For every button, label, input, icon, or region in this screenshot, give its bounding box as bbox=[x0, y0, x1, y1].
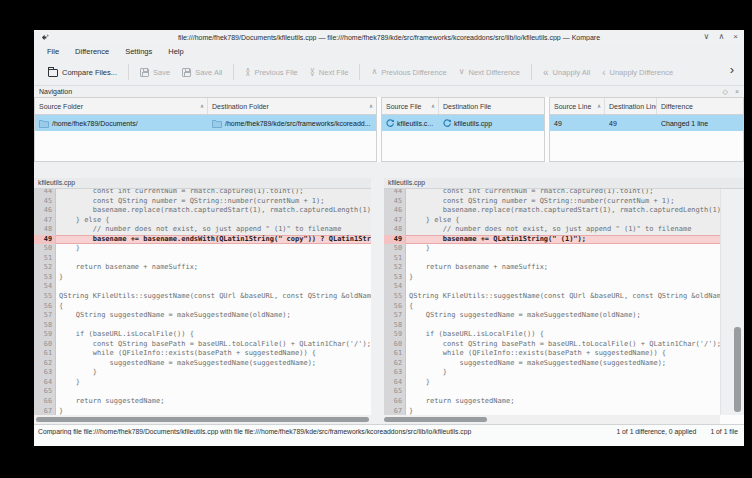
save-all-button[interactable]: Save All bbox=[176, 64, 228, 81]
vertical-scrollbar[interactable] bbox=[720, 189, 744, 415]
code-line: 46 basename.replace(rmatch.capturedStart… bbox=[34, 206, 371, 216]
table-cell-text: 49 bbox=[609, 120, 617, 127]
chevron-up-icon: ∧ bbox=[371, 68, 377, 76]
unapply-difference-button[interactable]: ‹Unapply Difference bbox=[596, 64, 679, 81]
column-header-destination-folder[interactable]: Destination Folder∧ bbox=[208, 98, 376, 114]
line-number: 65 bbox=[384, 387, 406, 397]
line-number: 61 bbox=[384, 349, 406, 359]
line-number: 50 bbox=[34, 244, 56, 254]
code-line: 44 const int currentNum = rmatch.capture… bbox=[34, 189, 371, 197]
code-line: 52 return basename + nameSuffix; bbox=[384, 263, 720, 273]
line-number: 58 bbox=[384, 321, 406, 331]
maximize-icon[interactable]: ∧ bbox=[718, 31, 724, 43]
line-number: 46 bbox=[34, 206, 56, 216]
table-cell: Changed 1 line bbox=[657, 115, 743, 131]
line-number: 46 bbox=[384, 206, 406, 216]
code-line: 57 QString suggestedName = makeSuggested… bbox=[34, 311, 371, 321]
table-cell-text: kfileutils.c... bbox=[397, 120, 433, 127]
dock-float-icon[interactable]: ◇ bbox=[723, 87, 728, 97]
next-file-button[interactable]: ∨∨Next File bbox=[304, 64, 355, 81]
code-text: // number does not exist, so just append… bbox=[56, 225, 371, 235]
line-number: 45 bbox=[384, 197, 406, 207]
code-line: 60 const QString basePath = baseURL.toLo… bbox=[384, 340, 720, 350]
line-number: 56 bbox=[384, 302, 406, 312]
code-text: const QString basePath = baseURL.toLocal… bbox=[56, 340, 371, 350]
menu-difference[interactable]: Difference bbox=[68, 45, 116, 58]
close-icon[interactable]: × bbox=[733, 31, 738, 43]
toolbar-button-label: Previous Difference bbox=[381, 68, 446, 77]
table-cell-text: /home/fhek789/kde/src/frameworks/kcoread… bbox=[225, 120, 371, 127]
horizontal-splitter[interactable] bbox=[34, 162, 744, 178]
window-title: file:///home/fhek789/Documents/kfileutil… bbox=[34, 34, 744, 41]
titlebar[interactable]: file:///home/fhek789/Documents/kfileutil… bbox=[34, 30, 744, 44]
source-horizontal-scrollbar-thumb[interactable] bbox=[36, 417, 369, 422]
chevron-left-icon: ‹ bbox=[602, 68, 605, 77]
table-row[interactable]: 4949Changed 1 line bbox=[550, 115, 743, 131]
line-number: 49 bbox=[34, 235, 56, 245]
vertical-scrollbar-thumb[interactable] bbox=[734, 327, 741, 412]
line-number: 53 bbox=[384, 273, 406, 283]
next-difference-button[interactable]: ∨Next Difference bbox=[453, 64, 526, 81]
code-text: suggestedName = makeSuggestedName(sugges… bbox=[56, 359, 371, 369]
menu-help[interactable]: Help bbox=[161, 45, 190, 58]
line-number: 47 bbox=[384, 216, 406, 226]
code-line: 46 basename.replace(rmatch.capturedStart… bbox=[384, 206, 720, 216]
code-line: 45 const QString number = QString::numbe… bbox=[34, 197, 371, 207]
code-text bbox=[56, 282, 371, 292]
column-header-label: Source Folder bbox=[39, 103, 83, 110]
minimize-icon[interactable]: ∨ bbox=[704, 31, 710, 43]
destination-code-area[interactable]: 44 const int currentNum = rmatch.capture… bbox=[384, 189, 720, 415]
code-text: while (QFileInfo::exists(basePath + sugg… bbox=[406, 349, 720, 359]
code-line: 63 } bbox=[384, 368, 720, 378]
line-number: 58 bbox=[34, 321, 56, 331]
code-text: } bbox=[406, 378, 720, 388]
code-text: } bbox=[406, 407, 720, 415]
table-cell-text: kfileutils.cpp bbox=[454, 120, 492, 127]
code-text: } bbox=[406, 244, 720, 254]
column-header-source-folder[interactable]: Source Folder∧ bbox=[35, 98, 208, 114]
pane-splitter[interactable] bbox=[371, 178, 384, 424]
dock-close-icon[interactable]: × bbox=[735, 87, 739, 97]
table-cell: /home/fhek789/kde/src/frameworks/kcoread… bbox=[208, 115, 376, 131]
destination-horizontal-scrollbar[interactable] bbox=[384, 415, 720, 424]
column-header-destination-line[interactable]: Destination Line bbox=[605, 98, 657, 114]
compare-files-button[interactable]: Compare Files... bbox=[42, 64, 123, 81]
menu-file[interactable]: File bbox=[40, 45, 66, 58]
code-text: } else { bbox=[56, 216, 371, 226]
source-code-area[interactable]: 44 const int currentNum = rmatch.capture… bbox=[34, 189, 371, 415]
unapply-all-button[interactable]: «Unapply All bbox=[537, 64, 596, 81]
table-row[interactable]: kfileutils.c...kfileutils.cpp bbox=[382, 115, 544, 131]
code-line: 44 const int currentNum = rmatch.capture… bbox=[384, 189, 720, 197]
source-code-lines: 44 const int currentNum = rmatch.capture… bbox=[34, 189, 371, 415]
destination-horizontal-scrollbar-thumb[interactable] bbox=[384, 417, 487, 422]
source-horizontal-scrollbar[interactable] bbox=[34, 415, 371, 424]
navigation-table: Source Folder∧Destination Folder∧/home/f… bbox=[34, 97, 744, 162]
line-number: 63 bbox=[34, 368, 56, 378]
double-chevron-up-icon: ∧∧ bbox=[245, 68, 250, 75]
code-line: 61 while (QFileInfo::exists(basePath + s… bbox=[34, 349, 371, 359]
table-row[interactable]: /home/fhek789/Documents//home/fhek789/kd… bbox=[35, 115, 376, 131]
menu-settings[interactable]: Settings bbox=[118, 45, 159, 58]
table-cell-text: /home/fhek789/Documents/ bbox=[52, 120, 138, 127]
previous-difference-button[interactable]: ∧Previous Difference bbox=[365, 64, 452, 81]
toolbar-overflow-icon[interactable]: › bbox=[730, 62, 734, 77]
code-text: const int currentNum = rmatch.captured(1… bbox=[406, 189, 720, 197]
code-line: 66 return suggestedName; bbox=[384, 397, 720, 407]
table-cell: 49 bbox=[550, 115, 605, 131]
code-text bbox=[406, 282, 720, 292]
column-header-source-file[interactable]: Source File∧ bbox=[382, 98, 439, 114]
code-line: 64 } bbox=[384, 378, 720, 388]
column-header-label: Destination Line bbox=[609, 103, 657, 110]
line-number: 66 bbox=[384, 397, 406, 407]
nav-header-row: Source File∧Destination File bbox=[382, 98, 544, 115]
code-text bbox=[406, 254, 720, 264]
column-header-difference[interactable]: Difference bbox=[657, 98, 743, 114]
code-text: } bbox=[56, 244, 371, 254]
menubar: FileDifferenceSettingsHelp bbox=[34, 44, 744, 59]
column-header-source-line[interactable]: Source Line∧ bbox=[550, 98, 605, 114]
previous-file-button[interactable]: ∧∧Previous File bbox=[239, 64, 303, 81]
code-line: 65 bbox=[384, 387, 720, 397]
column-header-destination-file[interactable]: Destination File bbox=[439, 98, 544, 114]
navigation-dock-title: Navigation bbox=[39, 88, 716, 95]
save-button[interactable]: Save bbox=[134, 64, 176, 81]
